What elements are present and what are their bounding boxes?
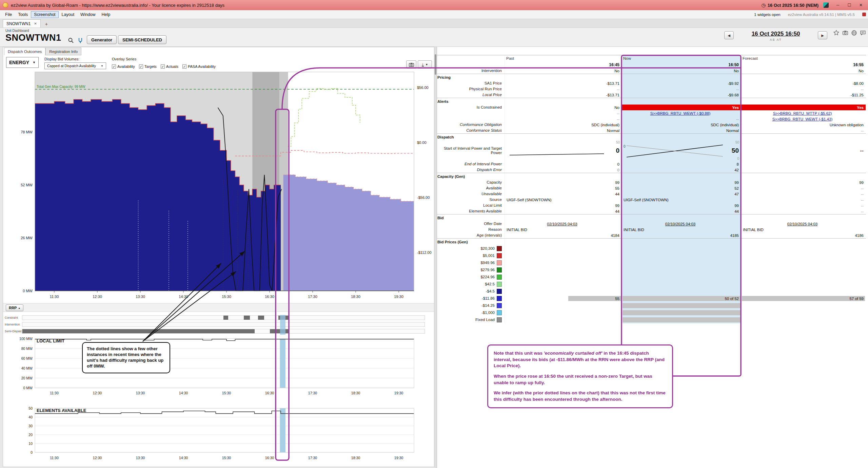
cell-fc xyxy=(741,167,866,173)
cell-now xyxy=(622,309,741,316)
cell-forecast: -- xyxy=(741,140,866,161)
checkbox-checked-icon[interactable]: ✓ xyxy=(112,64,116,69)
panel-splitter[interactable] xyxy=(434,47,437,468)
splitter-handle[interactable] xyxy=(435,54,436,75)
svg-text:14:30: 14:30 xyxy=(179,295,188,299)
cell-now: No xyxy=(622,68,741,74)
row-label: $20,300 xyxy=(437,245,505,252)
svg-text:14:30: 14:30 xyxy=(179,456,188,460)
search-icon[interactable] xyxy=(66,36,75,45)
cell-now: 47 xyxy=(622,191,741,197)
cell-now: INITIAL BID xyxy=(622,227,741,232)
cell-fc: -$11.25 xyxy=(741,92,866,98)
bid-band-swatch xyxy=(497,317,502,322)
menu-tools[interactable]: Tools xyxy=(15,11,31,18)
menu-screenshot[interactable]: Screenshot xyxy=(31,11,58,18)
bid-volume-bar xyxy=(623,296,740,301)
favourite-star-icon[interactable] xyxy=(833,30,840,36)
row-label: Age (intervals) xyxy=(437,232,505,238)
svg-text:$56.00: $56.00 xyxy=(417,86,429,90)
cell-past: INITIAL BID xyxy=(505,227,622,232)
cell-now xyxy=(622,316,741,323)
chart-download-button[interactable]: ↓ ▼ xyxy=(418,60,432,69)
as-at-time[interactable]: 16 Oct 2025 16:50 xyxy=(746,31,806,37)
table-row: Age (intervals)418441854186 xyxy=(437,232,866,238)
table-row: Dispatch Error042 xyxy=(437,167,866,173)
globe-icon[interactable] xyxy=(851,30,857,36)
svg-text:0 MW: 0 MW xyxy=(23,289,33,293)
cell-fc xyxy=(741,309,866,316)
table-row: Local Price-$13.71-$9.68-$11.25 xyxy=(437,92,866,98)
minimize-button[interactable]: ─ xyxy=(833,1,842,9)
cell-fc: -- xyxy=(741,185,866,191)
row-label: Is Constrained xyxy=(437,105,505,110)
cell-fc[interactable]: 02/10/2025 04:03 xyxy=(741,221,866,227)
menu-window[interactable]: Window xyxy=(77,11,98,18)
overlay-targets[interactable]: ✓Targets xyxy=(139,64,157,69)
svg-text:40 MW: 40 MW xyxy=(21,366,33,370)
local-limit-chart: 100 MW80 MW60 MW40 MW20 MW0 MW11:3012:30… xyxy=(3,336,434,401)
cell-fc[interactable]: S>>BRBG_RBTU_WEWT (-$1.43) xyxy=(741,116,866,122)
strip-semi-dispatch: Semi-Dispatch xyxy=(3,329,434,334)
bid-volumes-select[interactable]: Capped at Dispatch Availability▼ xyxy=(44,62,106,69)
chat-icon[interactable] xyxy=(860,30,866,36)
outcomes-table: PastNowForecast16:4516:5016:55Interventi… xyxy=(437,55,866,323)
generator-badge: Generator xyxy=(87,35,117,44)
chart-camera-button[interactable] xyxy=(406,60,416,69)
tray-icon[interactable] xyxy=(823,2,829,8)
maximize-button[interactable]: ☐ xyxy=(845,1,854,9)
cell-now: 4185 xyxy=(622,232,741,238)
table-row: -$11.865550 of 5257 of 59 xyxy=(437,295,866,302)
checkbox-checked-icon[interactable]: ✓ xyxy=(161,64,165,69)
svg-text:17:30: 17:30 xyxy=(308,295,317,299)
cell-fc[interactable]: S>>BRBG_RBTU_WTTP (-$5.62) xyxy=(741,110,866,116)
menu-help[interactable]: Help xyxy=(99,11,114,18)
cell-now[interactable]: S>>BRBG_RBTU_WEWT (-$0.88) xyxy=(622,110,741,116)
table-row: Local Limit9999-- xyxy=(437,203,866,208)
energy-select[interactable]: ENERGY▼ xyxy=(6,57,39,68)
camera-icon[interactable] xyxy=(842,30,848,36)
section-row: Pricing xyxy=(437,74,866,80)
tab-registration-info[interactable]: Registration Info xyxy=(45,48,81,55)
table-row: Elements Available4444-- xyxy=(437,208,866,214)
asat-forward-button[interactable]: ▶ xyxy=(818,31,827,39)
tab-snowtwn1[interactable]: SNOWTWN1 ✕ xyxy=(3,19,41,27)
trend-icon[interactable] xyxy=(76,36,85,45)
asat-back-button[interactable]: ◀ xyxy=(724,31,734,39)
rrp-sort-button[interactable]: RRP▲ xyxy=(6,304,23,311)
svg-text:0: 0 xyxy=(31,450,33,454)
close-button[interactable]: ✕ xyxy=(856,1,865,9)
menu-file[interactable]: File xyxy=(2,11,15,18)
cell-fc: -- xyxy=(741,86,866,92)
cell-now[interactable]: 02/10/2025 04:03 xyxy=(622,221,741,227)
cell-now: -- xyxy=(622,116,741,122)
row-label xyxy=(437,61,505,68)
chevron-down-icon: ▼ xyxy=(33,61,36,64)
svg-text:30: 30 xyxy=(28,424,33,428)
main-chart: Total Gen Max Capacity: 99 MW0 MW26 MW52… xyxy=(3,71,434,304)
checkbox-checked-icon[interactable]: ✓ xyxy=(182,64,186,69)
cell-past xyxy=(505,309,622,316)
table-row: Physical Run Price------ xyxy=(437,86,866,92)
cell-past[interactable]: 02/10/2025 04:03 xyxy=(505,221,622,227)
cell-fc: -- xyxy=(741,128,866,133)
nem-clock: ◷ 16 Oct 2025 16:50 (NEM) xyxy=(761,2,818,8)
tab-close-icon[interactable]: ✕ xyxy=(34,22,37,25)
table-row: InterventionNoNoNo xyxy=(437,68,866,74)
cell-now: 99 xyxy=(622,180,741,185)
new-tab-button[interactable]: + xyxy=(43,21,50,27)
bid-band-swatch xyxy=(497,310,502,315)
overlay-pasa-availability[interactable]: ✓PASA Availability xyxy=(182,64,216,69)
overlay-availability[interactable]: ✓Availability xyxy=(112,64,135,69)
clock-icon: ◷ xyxy=(761,2,765,8)
checkbox-checked-icon[interactable]: ✓ xyxy=(139,64,143,69)
svg-text:15:30: 15:30 xyxy=(222,295,231,299)
menu-layout[interactable]: Layout xyxy=(59,11,78,18)
row-label: -$14.25 xyxy=(437,302,505,309)
tab-dispatch-outcomes[interactable]: Dispatch Outcomes xyxy=(4,48,45,55)
widgets-open-label: 1 widgets open xyxy=(754,13,780,17)
overlay-actuals[interactable]: ✓Actuals xyxy=(161,64,178,69)
cell-fc xyxy=(741,274,866,281)
cell-past xyxy=(505,252,622,259)
bid-band-swatch xyxy=(497,253,502,258)
